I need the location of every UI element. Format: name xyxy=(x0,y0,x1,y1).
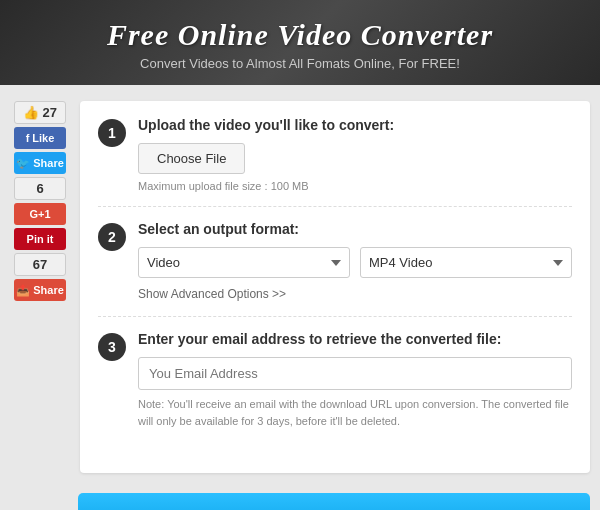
gplus-count: 6 xyxy=(36,181,43,196)
content-panel: 1 Upload the video you'll like to conver… xyxy=(80,101,590,473)
advanced-options-link[interactable]: Show Advanced Options >> xyxy=(138,287,286,301)
file-size-note: Maximum upload file size : 100 MB xyxy=(138,180,572,192)
email-input[interactable] xyxy=(138,357,572,390)
step2-label: Select an output format: xyxy=(138,221,572,237)
facebook-icon: f xyxy=(26,132,30,144)
share-red-label: Share xyxy=(33,284,64,296)
step3-label: Enter your email address to retrieve the… xyxy=(138,331,572,347)
like-count-badge: 👍 27 xyxy=(14,101,66,124)
step1-content: Upload the video you'll like to convert:… xyxy=(138,117,572,192)
page-subtitle: Convert Videos to Almost All Fomats Onli… xyxy=(20,56,580,71)
step1-number: 1 xyxy=(98,119,126,147)
page-title: Free Online Video Converter xyxy=(20,18,580,52)
step3-number: 3 xyxy=(98,333,126,361)
format-subtype-select[interactable]: MP4 Video AVI Video MOV Video WMV Video xyxy=(360,247,572,278)
convert-button[interactable]: Convert xyxy=(78,493,590,510)
gplus-label: G+1 xyxy=(29,208,50,220)
pinterest-button[interactable]: Pin it xyxy=(14,228,66,250)
share-count-badge: 67 xyxy=(14,253,66,276)
like-count: 27 xyxy=(43,105,57,120)
step2-number: 2 xyxy=(98,223,126,251)
step3-row: 3 Enter your email address to retrieve t… xyxy=(98,331,572,443)
share-red-button[interactable]: 📤 Share xyxy=(14,279,66,301)
choose-file-button[interactable]: Choose File xyxy=(138,143,245,174)
facebook-like-button[interactable]: f Like xyxy=(14,127,66,149)
email-note: Note: You'll receive an email with the d… xyxy=(138,396,572,429)
format-row: Video Audio Image MP4 Video AVI Video MO… xyxy=(138,247,572,278)
step1-row: 1 Upload the video you'll like to conver… xyxy=(98,117,572,207)
social-sidebar: 👍 27 f Like 🐦 Share 6 G+1 Pin it 67 xyxy=(10,101,70,473)
fb-like-label: Like xyxy=(32,132,54,144)
header: Free Online Video Converter Convert Vide… xyxy=(0,0,600,85)
twitter-share-button[interactable]: 🐦 Share xyxy=(14,152,66,174)
step2-row: 2 Select an output format: Video Audio I… xyxy=(98,221,572,317)
step2-content: Select an output format: Video Audio Ima… xyxy=(138,221,572,302)
main-container: 👍 27 f Like 🐦 Share 6 G+1 Pin it 67 xyxy=(0,85,600,483)
step3-content: Enter your email address to retrieve the… xyxy=(138,331,572,429)
step1-label: Upload the video you'll like to convert: xyxy=(138,117,572,133)
gplus-button[interactable]: G+1 xyxy=(14,203,66,225)
share-count: 67 xyxy=(33,257,47,272)
convert-section: Convert xyxy=(0,483,600,510)
format-type-select[interactable]: Video Audio Image xyxy=(138,247,350,278)
gplus-count-badge: 6 xyxy=(14,177,66,200)
thumbsup-icon: 👍 xyxy=(23,105,39,120)
twitter-icon: 🐦 xyxy=(16,157,30,170)
twitter-share-label: Share xyxy=(33,157,64,169)
share-icon: 📤 xyxy=(16,284,30,297)
pinterest-label: Pin it xyxy=(27,233,54,245)
